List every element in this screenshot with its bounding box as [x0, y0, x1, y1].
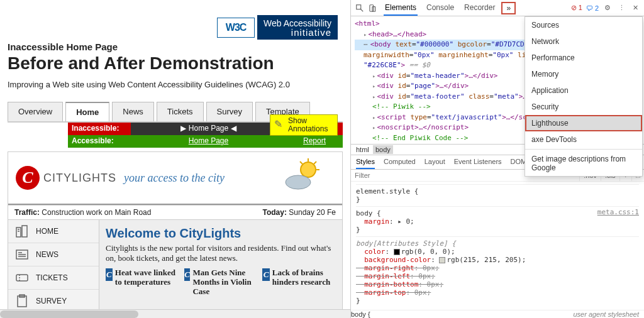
svg-point-0: [301, 162, 316, 177]
user-agent-stylesheet-label: user agent stylesheet: [573, 310, 639, 318]
sidebar-item-label: HOME: [36, 227, 58, 236]
today-text: Sunday 20 Fe: [289, 208, 336, 217]
citylights-name: CITYLIGHTS: [43, 172, 116, 185]
sidebar-item-home[interactable]: HOME: [8, 220, 99, 243]
menu-item-sources[interactable]: Sources: [525, 17, 642, 33]
error-count[interactable]: ⊘ 1: [571, 4, 582, 12]
w3c-logo: W3C: [217, 18, 255, 38]
accessible-bar: Accessible: Home Page Report: [68, 135, 343, 148]
story-1[interactable]: CHeat wave linked to temperatures: [106, 268, 179, 297]
tab-overview[interactable]: Overview: [8, 102, 63, 121]
story-3[interactable]: CLack of brains hinders research: [262, 268, 336, 297]
menu-item-application[interactable]: Application: [525, 82, 642, 99]
sidebar-item-tickets[interactable]: TICKETS: [8, 266, 99, 290]
menu-item-memory[interactable]: Memory: [525, 66, 642, 82]
today-label: Today:: [262, 208, 286, 217]
styles-tab-styles[interactable]: Styles: [356, 155, 375, 169]
sidebar-item-label: NEWS: [36, 250, 58, 259]
menu-item-lighthouse[interactable]: Lighthouse: [525, 115, 642, 131]
tab-news[interactable]: News: [112, 102, 154, 121]
svg-rect-20: [372, 6, 375, 11]
traffic-text: Construction work on Main Road: [42, 208, 151, 217]
welcome-intro: Citylights is the new portal for visitor…: [106, 243, 336, 263]
traffic-label: Traffic:: [14, 208, 40, 217]
styles-tab-events[interactable]: Event Listeners: [454, 155, 502, 169]
story-2[interactable]: CMan Gets Nine Months in Violin Case: [184, 268, 258, 297]
page-subtitle: Improving a Web site using Web Content A…: [8, 80, 343, 89]
devtools-tab-elements[interactable]: Elements: [384, 1, 418, 16]
wai-line1: Web Accessibility: [264, 19, 331, 28]
horizontal-scrollbar[interactable]: [0, 309, 350, 318]
svg-rect-19: [370, 4, 374, 11]
weather-icon: [283, 157, 323, 194]
menu-item-axe[interactable]: axe DevTools: [525, 131, 642, 148]
menu-item-security[interactable]: Security: [525, 99, 642, 115]
story-title: Heat wave linked to temperatures: [115, 268, 179, 297]
styles-tab-computed[interactable]: Computed: [384, 155, 416, 169]
sidebar-item-label: SURVEY: [36, 297, 67, 305]
gear-icon[interactable]: ⚙: [602, 3, 613, 13]
devtools-panel: Elements Console Recorder » ⊘ 1 🗩 2 ⚙ ⋮ …: [350, 0, 644, 318]
buildings-icon: [14, 224, 30, 239]
story-badge-icon: C: [106, 268, 113, 281]
svg-rect-14: [16, 275, 28, 281]
story-title: Man Gets Nine Months in Violin Case: [192, 268, 257, 297]
pre-title: Inaccessible Home Page: [8, 41, 343, 52]
inspect-icon[interactable]: [355, 3, 365, 13]
citylights-sidebar: HOME NEWS TICKETS SURVEY: [8, 220, 99, 313]
citylights-tagline: your access to the city: [124, 172, 225, 185]
story-title: Lack of brains hinders research: [272, 268, 336, 297]
newspaper-icon: [14, 247, 30, 262]
sidebar-item-label: TICKETS: [36, 273, 68, 282]
inaccessible-home-link[interactable]: ▶ Home Page ◀: [131, 123, 286, 135]
accessible-label: Accessible:: [68, 135, 131, 148]
devtools-tab-console[interactable]: Console: [425, 1, 455, 16]
styles-pane[interactable]: element.style { } meta.css:1 body { marg…: [351, 182, 644, 310]
citylights-site: C CITYLIGHTS your access to the city: [8, 151, 343, 314]
devtools-tab-recorder[interactable]: Recorder: [463, 1, 496, 16]
inaccessible-label: Inaccessible:: [68, 123, 131, 135]
clipboard-icon: [14, 293, 30, 309]
ticker-bar: Traffic: Construction work on Main Road …: [8, 205, 342, 220]
sidebar-item-news[interactable]: NEWS: [8, 243, 99, 266]
svg-point-5: [286, 175, 311, 189]
svg-line-3: [314, 162, 316, 164]
webpage-panel: W3C Web Accessibility initiative Inacces…: [0, 0, 350, 318]
tab-home[interactable]: Home: [65, 102, 109, 121]
accessible-home-link[interactable]: Home Page: [131, 135, 286, 148]
styles-tab-layout[interactable]: Layout: [425, 155, 445, 169]
svg-rect-7: [22, 226, 27, 237]
wai-line2: initiative: [264, 28, 331, 37]
menu-item-image-descriptions[interactable]: Get image descriptions from Google: [525, 151, 642, 176]
show-annotations-button[interactable]: Show Annotations: [270, 114, 338, 136]
tab-tickets[interactable]: Tickets: [157, 102, 204, 121]
menu-item-performance[interactable]: Performance: [525, 50, 642, 66]
menu-item-network[interactable]: Network: [525, 33, 642, 50]
citylights-logo-icon: C: [16, 166, 40, 190]
story-badge-icon: C: [262, 268, 269, 281]
kebab-icon[interactable]: ⋮: [616, 3, 626, 13]
tab-survey[interactable]: Survey: [206, 102, 253, 121]
welcome-heading: Welcome to CityLights: [106, 226, 336, 241]
page-title: Before and After Demonstration: [8, 53, 343, 74]
message-count[interactable]: 🗩 2: [586, 4, 599, 12]
close-icon[interactable]: ✕: [630, 3, 640, 13]
w3c-wai-logo: W3C Web Accessibility initiative: [217, 15, 338, 40]
devtools-overflow-menu: Sources Network Performance Memory Appli…: [525, 16, 643, 177]
accessible-report-link[interactable]: Report: [286, 135, 343, 148]
devtools-top-bar: Elements Console Recorder » ⊘ 1 🗩 2 ⚙ ⋮ …: [351, 0, 644, 16]
device-icon[interactable]: [367, 3, 377, 13]
ticket-icon: [14, 270, 30, 285]
devtools-more-tabs-button[interactable]: »: [501, 2, 516, 14]
source-link[interactable]: meta.css:1: [597, 208, 639, 216]
svg-line-4: [300, 162, 303, 164]
story-badge-icon: C: [184, 268, 191, 281]
